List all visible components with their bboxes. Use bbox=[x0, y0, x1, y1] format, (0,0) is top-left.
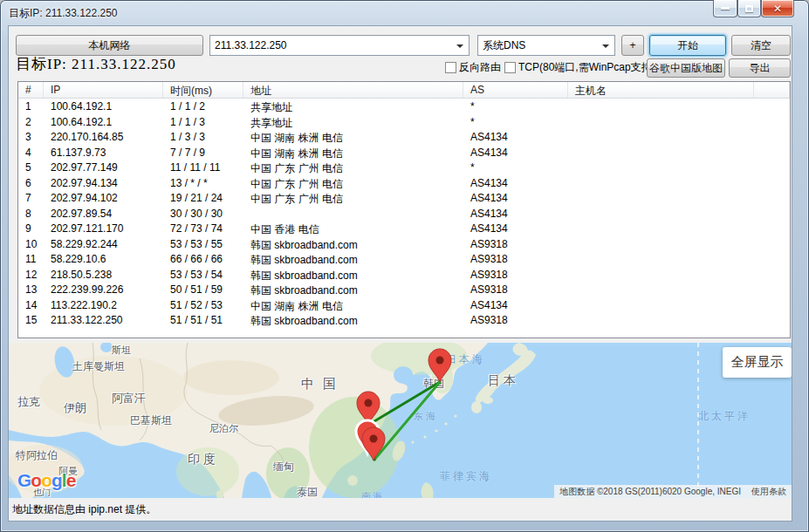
table-cell-time: 19 / 21 / 24 bbox=[163, 191, 243, 207]
add-button[interactable]: + bbox=[621, 35, 644, 56]
table-cell-as: AS4134 bbox=[463, 176, 568, 192]
table-row[interactable]: 12218.50.5.23853 / 53 / 54韩国 skbroadband… bbox=[18, 268, 790, 283]
map-attribution: 地图数据 ©2018 GS(2011)6020 Google, INEGI bbox=[554, 485, 746, 498]
dns-value: 系统DNS bbox=[483, 38, 525, 53]
table-row[interactable]: 8202.97.89.5430 / 30 / 30AS4134 bbox=[18, 207, 790, 222]
route-line bbox=[374, 382, 440, 460]
google-logo[interactable]: Google bbox=[17, 470, 75, 491]
table-row[interactable]: 461.137.9.737 / 7 / 9中国 湖南 株洲 电信AS4134 bbox=[18, 146, 790, 161]
column-header[interactable]: IP bbox=[44, 82, 163, 98]
pin-guangzhou[interactable] bbox=[362, 427, 385, 460]
maximize-button[interactable] bbox=[737, 0, 761, 17]
start-button[interactable]: 开始 bbox=[649, 35, 726, 56]
column-header[interactable]: # bbox=[18, 82, 44, 98]
app-window: 目标IP: 211.33.122.250 ✕ 本机网络 211.33.122.2… bbox=[0, 0, 809, 532]
table-cell-host bbox=[568, 207, 754, 222]
table-cell-ip: 61.137.9.73 bbox=[44, 146, 163, 161]
clear-button[interactable]: 清空 bbox=[731, 35, 791, 56]
export-button[interactable]: 导出 bbox=[729, 58, 791, 78]
table-cell-as: AS4134 bbox=[463, 130, 568, 146]
table-cell-addr: 中国 广东 广州 电信 bbox=[243, 160, 463, 176]
table-cell-no: 9 bbox=[18, 222, 44, 237]
table-row[interactable]: 5202.97.77.14911 / 11 / 11中国 广东 广州 电信* bbox=[18, 160, 790, 176]
column-header-filler bbox=[754, 82, 790, 98]
table-row[interactable]: 13222.239.99.22650 / 51 / 59韩国 skbroadba… bbox=[18, 283, 790, 298]
close-button[interactable]: ✕ bbox=[761, 0, 794, 17]
table-cell-ip: 202.97.121.170 bbox=[44, 222, 163, 237]
table-row[interactable]: 3220.170.164.851 / 3 / 3中国 湖南 株洲 电信AS413… bbox=[18, 130, 790, 146]
table-row[interactable]: 15211.33.122.25051 / 51 / 51韩国 skbroadba… bbox=[18, 313, 790, 329]
table-row[interactable]: 1158.229.10.666 / 66 / 66韩国 skbroadband.… bbox=[18, 252, 790, 268]
terms-link[interactable]: 使用条款 bbox=[746, 485, 792, 498]
table-cell-host bbox=[568, 191, 754, 207]
table-cell-as: AS9318 bbox=[463, 268, 568, 283]
table-cell-ip: 211.33.122.250 bbox=[44, 313, 163, 329]
table-cell-ip: 202.97.94.134 bbox=[44, 176, 163, 192]
minimize-button[interactable] bbox=[713, 0, 737, 17]
table-cell-addr: 韩国 skbroadband.com bbox=[243, 237, 463, 253]
close-icon: ✕ bbox=[773, 3, 782, 14]
table-cell-time: 1 / 1 / 2 bbox=[163, 99, 243, 115]
column-header[interactable]: 主机名 bbox=[568, 82, 754, 98]
table-cell-addr: 中国 香港 电信 bbox=[243, 222, 463, 237]
table-cell-host bbox=[568, 237, 754, 253]
table-cell-no: 1 bbox=[18, 99, 44, 115]
table-cell-ip: 100.64.192.1 bbox=[44, 115, 163, 131]
table-row[interactable]: 1100.64.192.11 / 1 / 2共享地址* bbox=[18, 99, 790, 115]
table-row[interactable]: 14113.222.190.251 / 52 / 53中国 湖南 株洲 电信AS… bbox=[18, 298, 790, 314]
table-cell-time: 11 / 11 / 11 bbox=[163, 160, 243, 176]
table-cell-no: 3 bbox=[18, 130, 44, 146]
status-bar: 地址数据信息由 ipip.net 提供。 bbox=[9, 498, 792, 521]
table-row[interactable]: 6202.97.94.13413 / * / *中国 广东 广州 电信AS413… bbox=[18, 176, 790, 192]
table-cell-no: 12 bbox=[18, 268, 44, 283]
table-cell-time: 7 / 7 / 9 bbox=[163, 146, 243, 161]
chevron-down-icon bbox=[456, 44, 463, 48]
table-cell-as: AS9318 bbox=[463, 252, 568, 268]
table-cell-ip: 222.239.99.226 bbox=[44, 283, 163, 298]
column-header[interactable]: AS bbox=[463, 82, 568, 98]
table-cell-addr: 中国 湖南 株洲 电信 bbox=[243, 298, 463, 314]
table-cell-ip: 100.64.192.1 bbox=[44, 99, 163, 115]
table-cell-addr: 韩国 skbroadband.com bbox=[243, 252, 463, 268]
table-cell-as: AS9318 bbox=[463, 313, 568, 329]
table-cell-time: 53 / 53 / 54 bbox=[163, 268, 243, 283]
table-cell-ip: 58.229.92.244 bbox=[44, 237, 163, 253]
table-cell-addr: 韩国 skbroadband.com bbox=[243, 283, 463, 298]
reverse-route-checkbox[interactable]: 反向路由 bbox=[445, 60, 501, 75]
table-cell-addr: 中国 湖南 株洲 电信 bbox=[243, 146, 463, 161]
table-cell-time: 66 / 66 / 66 bbox=[163, 252, 243, 268]
table-cell-as: AS4134 bbox=[463, 191, 568, 207]
table-cell-no: 2 bbox=[18, 115, 44, 131]
table-cell-no: 5 bbox=[18, 160, 44, 176]
table-cell-host bbox=[568, 283, 754, 298]
titlebar[interactable]: 目标IP: 211.33.122.250 ✕ bbox=[0, 0, 809, 26]
table-row[interactable]: 2100.64.192.11 / 1 / 3共享地址* bbox=[18, 115, 790, 131]
table-cell-addr: 中国 广东 广州 电信 bbox=[243, 191, 463, 207]
local-network-button[interactable]: 本机网络 bbox=[16, 35, 203, 56]
table-cell-host bbox=[568, 222, 754, 237]
fullscreen-button[interactable]: 全屏显示 bbox=[723, 347, 792, 378]
table-cell-addr: 韩国 skbroadband.com bbox=[243, 268, 463, 283]
column-header[interactable]: 地址 bbox=[243, 82, 463, 98]
dns-combobox[interactable]: 系统DNS bbox=[477, 35, 615, 56]
pin-seoul[interactable] bbox=[428, 349, 451, 382]
table-cell-time: 1 / 1 / 3 bbox=[163, 115, 243, 131]
google-china-map-button[interactable]: 谷歌中国版地图 bbox=[647, 58, 725, 78]
table-cell-no: 15 bbox=[18, 313, 44, 329]
tcp-label: TCP(80端口,需WinPcap支持) bbox=[518, 60, 655, 75]
route-line bbox=[370, 382, 440, 424]
tcp-checkbox[interactable]: TCP(80端口,需WinPcap支持) bbox=[504, 60, 655, 75]
route-map[interactable]: 斯坦土库曼斯坦阿富汗伊朗拉克巴基斯坦尼泊尔特阿拉伯阿曼也门印度缅甸泰国中国韩国日… bbox=[9, 343, 792, 498]
target-ip-combobox[interactable]: 211.33.122.250 bbox=[209, 35, 470, 56]
table-cell-ip: 220.170.164.85 bbox=[44, 130, 163, 146]
table-cell-addr: 韩国 skbroadband.com bbox=[243, 313, 463, 329]
table-cell-no: 11 bbox=[18, 252, 44, 268]
table-cell-no: 14 bbox=[18, 298, 44, 314]
chevron-down-icon bbox=[602, 44, 609, 48]
table-cell-time: 51 / 51 / 51 bbox=[163, 313, 243, 329]
table-row[interactable]: 1058.229.92.24453 / 53 / 55韩国 skbroadban… bbox=[18, 237, 790, 253]
column-header[interactable]: 时间(ms) bbox=[163, 82, 243, 98]
table-row[interactable]: 7202.97.94.10219 / 21 / 24中国 广东 广州 电信AS4… bbox=[18, 191, 790, 207]
table-row[interactable]: 9202.97.121.17072 / 73 / 74中国 香港 电信AS413… bbox=[18, 222, 790, 237]
table-cell-host bbox=[568, 146, 754, 161]
